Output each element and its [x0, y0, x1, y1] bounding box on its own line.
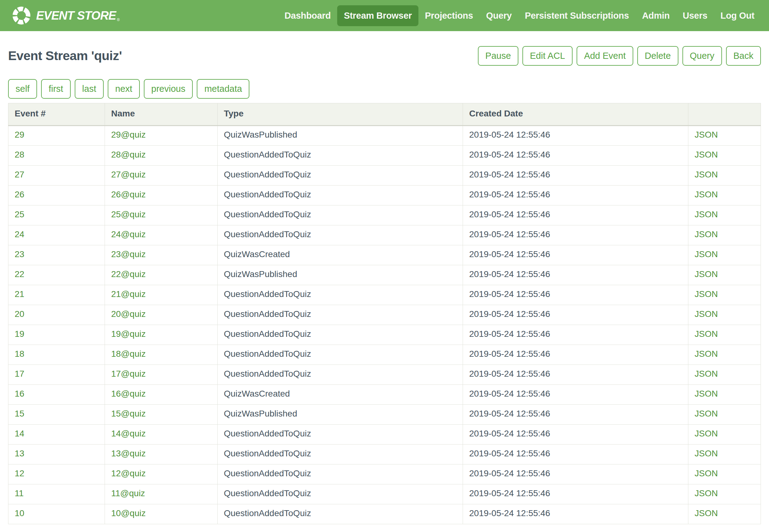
event-name-link[interactable]: 13@quiz	[111, 449, 146, 458]
stream-link-button[interactable]: next	[108, 79, 140, 99]
json-link[interactable]: JSON	[695, 508, 718, 518]
action-button[interactable]: Edit ACL	[522, 46, 573, 66]
event-number-link[interactable]: 15	[15, 409, 24, 418]
nav-item[interactable]: Stream Browser	[337, 5, 418, 26]
nav-item[interactable]: Log Out	[714, 5, 761, 26]
event-number-link[interactable]: 19	[15, 329, 24, 339]
json-link[interactable]: JSON	[695, 249, 718, 259]
page-title: Event Stream 'quiz'	[8, 49, 122, 63]
json-link[interactable]: JSON	[695, 229, 718, 239]
event-number-link[interactable]: 20	[15, 309, 24, 319]
stream-link-button[interactable]: first	[41, 79, 71, 99]
event-number-link[interactable]: 26	[15, 190, 24, 199]
action-button[interactable]: Add Event	[577, 46, 633, 66]
table-row: 11 11@quiz QuestionAddedToQuiz 2019-05-2…	[8, 484, 761, 504]
json-link[interactable]: JSON	[695, 289, 718, 299]
table-row: 23 23@quiz QuizWasCreated 2019-05-24 12:…	[8, 245, 761, 265]
table-header-row: Event # Name Type Created Date	[8, 103, 761, 126]
event-number-link[interactable]: 24	[15, 229, 24, 239]
event-number-link[interactable]: 29	[15, 130, 24, 139]
json-link[interactable]: JSON	[695, 190, 718, 199]
title-row: Event Stream 'quiz' Pause Edit ACL Add E…	[8, 45, 761, 67]
json-link[interactable]: JSON	[695, 389, 718, 398]
event-number-link[interactable]: 27	[15, 170, 24, 179]
event-name-link[interactable]: 12@quiz	[111, 468, 146, 478]
event-number-link[interactable]: 13	[15, 449, 24, 458]
stream-link-button[interactable]: previous	[144, 79, 193, 99]
event-number-link[interactable]: 25	[15, 210, 24, 219]
event-name-link[interactable]: 26@quiz	[111, 190, 146, 199]
event-name-link[interactable]: 16@quiz	[111, 389, 146, 398]
column-header: Event #	[8, 103, 105, 126]
json-link[interactable]: JSON	[695, 309, 718, 319]
data-format-cell: JSON	[688, 146, 761, 166]
json-link[interactable]: JSON	[695, 130, 718, 139]
event-name-link[interactable]: 21@quiz	[111, 289, 146, 299]
event-number-link[interactable]: 28	[15, 150, 24, 159]
event-number-link[interactable]: 12	[15, 468, 24, 478]
json-link[interactable]: JSON	[695, 349, 718, 359]
nav-item[interactable]: Persistent Subscriptions	[518, 5, 635, 26]
event-name-link[interactable]: 22@quiz	[111, 269, 146, 279]
action-button[interactable]: Back	[726, 46, 761, 66]
nav-item[interactable]: Query	[479, 5, 518, 26]
event-store-logo[interactable]: EVENT STORE ®	[12, 6, 120, 25]
json-link[interactable]: JSON	[695, 150, 718, 159]
event-number-link[interactable]: 22	[15, 269, 24, 279]
event-name-link[interactable]: 10@quiz	[111, 508, 146, 518]
data-format-cell: JSON	[688, 265, 761, 285]
stream-link-button[interactable]: last	[75, 79, 104, 99]
event-name-link[interactable]: 24@quiz	[111, 229, 146, 239]
json-link[interactable]: JSON	[695, 468, 718, 478]
event-name-link[interactable]: 14@quiz	[111, 429, 146, 438]
event-type-cell: QuestionAddedToQuiz	[218, 305, 463, 325]
json-link[interactable]: JSON	[695, 329, 718, 339]
nav-item[interactable]: Dashboard	[278, 5, 337, 26]
event-number-link[interactable]: 11	[15, 488, 24, 498]
data-format-cell: JSON	[688, 484, 761, 504]
event-name-link[interactable]: 28@quiz	[111, 150, 146, 159]
event-type-cell: QuizWasCreated	[218, 245, 463, 265]
event-number-link[interactable]: 17	[15, 369, 24, 379]
event-number-link[interactable]: 21	[15, 289, 24, 299]
nav-item[interactable]: Projections	[418, 5, 480, 26]
event-name-link[interactable]: 17@quiz	[111, 369, 146, 379]
action-button[interactable]: Pause	[478, 46, 518, 66]
json-link[interactable]: JSON	[695, 269, 718, 279]
json-link[interactable]: JSON	[695, 488, 718, 498]
event-name-link[interactable]: 23@quiz	[111, 249, 146, 259]
event-number-cell: 27	[8, 166, 105, 186]
nav-item[interactable]: Users	[676, 5, 714, 26]
event-number-link[interactable]: 23	[15, 249, 24, 259]
event-name-link[interactable]: 11@quiz	[111, 488, 145, 498]
data-format-cell: JSON	[688, 225, 761, 245]
segmented-ring-icon	[12, 6, 31, 25]
event-name-link[interactable]: 25@quiz	[111, 210, 146, 219]
event-number-link[interactable]: 18	[15, 349, 24, 359]
nav-item[interactable]: Admin	[635, 5, 676, 26]
stream-link-button[interactable]: self	[8, 79, 37, 99]
event-name-link[interactable]: 29@quiz	[111, 130, 146, 139]
data-format-cell: JSON	[688, 126, 761, 146]
table-row: 18 18@quiz QuestionAddedToQuiz 2019-05-2…	[8, 345, 761, 365]
stream-link-button[interactable]: metadata	[197, 79, 249, 99]
json-link[interactable]: JSON	[695, 170, 718, 179]
json-link[interactable]: JSON	[695, 369, 718, 379]
registered-mark: ®	[117, 18, 120, 22]
created-date-cell: 2019-05-24 12:55:46	[463, 285, 688, 305]
event-number-link[interactable]: 10	[15, 508, 24, 518]
event-name-link[interactable]: 20@quiz	[111, 309, 146, 319]
json-link[interactable]: JSON	[695, 210, 718, 219]
event-name-link[interactable]: 18@quiz	[111, 349, 146, 359]
json-link[interactable]: JSON	[695, 449, 718, 458]
event-number-link[interactable]: 14	[15, 429, 24, 438]
event-name-link[interactable]: 19@quiz	[111, 329, 146, 339]
event-name-link[interactable]: 27@quiz	[111, 170, 146, 179]
action-button[interactable]: Query	[682, 46, 722, 66]
json-link[interactable]: JSON	[695, 429, 718, 438]
event-name-link[interactable]: 15@quiz	[111, 409, 146, 418]
json-link[interactable]: JSON	[695, 409, 718, 418]
event-number-link[interactable]: 16	[15, 389, 24, 398]
action-button[interactable]: Delete	[637, 46, 678, 66]
event-number-cell: 13	[8, 445, 105, 464]
